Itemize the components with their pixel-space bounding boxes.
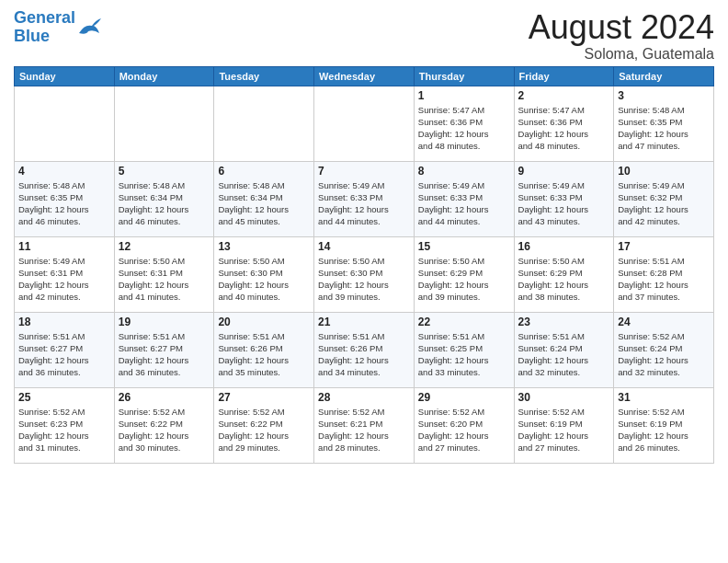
week-row-4: 18Sunrise: 5:51 AMSunset: 6:27 PMDayligh… (15, 312, 714, 387)
calendar-cell-3-0: 18Sunrise: 5:51 AMSunset: 6:27 PMDayligh… (15, 312, 115, 387)
logo-line1: General (14, 8, 75, 27)
day-number: 2 (518, 89, 610, 102)
day-number: 23 (518, 316, 610, 328)
day-info: Sunrise: 5:49 AMSunset: 6:31 PMDaylight:… (18, 255, 110, 304)
day-number: 7 (318, 165, 410, 178)
day-number: 13 (218, 240, 310, 253)
day-number: 29 (418, 391, 510, 404)
day-number: 6 (218, 165, 310, 178)
day-info: Sunrise: 5:52 AMSunset: 6:22 PMDaylight:… (119, 406, 210, 454)
day-number: 22 (418, 316, 510, 328)
day-number: 26 (119, 391, 210, 404)
calendar-cell-3-2: 20Sunrise: 5:51 AMSunset: 6:26 PMDayligh… (214, 312, 314, 387)
logo-text: General Blue (14, 9, 75, 46)
day-info: Sunrise: 5:47 AMSunset: 6:36 PMDaylight:… (518, 104, 610, 153)
day-info: Sunrise: 5:51 AMSunset: 6:28 PMDaylight:… (618, 255, 710, 304)
day-info: Sunrise: 5:52 AMSunset: 6:20 PMDaylight:… (418, 406, 510, 454)
calendar-cell-2-2: 13Sunrise: 5:50 AMSunset: 6:30 PMDayligh… (214, 236, 314, 312)
calendar-cell-3-6: 24Sunrise: 5:52 AMSunset: 6:24 PMDayligh… (614, 312, 714, 387)
day-info: Sunrise: 5:52 AMSunset: 6:24 PMDaylight:… (618, 330, 710, 379)
calendar-cell-0-6: 3Sunrise: 5:48 AMSunset: 6:35 PMDaylight… (614, 86, 714, 161)
day-info: Sunrise: 5:51 AMSunset: 6:27 PMDaylight:… (18, 330, 110, 379)
col-thursday: Thursday (414, 66, 514, 86)
calendar-cell-2-3: 14Sunrise: 5:50 AMSunset: 6:30 PMDayligh… (314, 236, 415, 312)
day-number: 25 (18, 391, 110, 404)
week-row-1: 1Sunrise: 5:47 AMSunset: 6:36 PMDaylight… (15, 86, 714, 161)
calendar-cell-1-1: 5Sunrise: 5:48 AMSunset: 6:34 PMDaylight… (114, 161, 214, 236)
day-info: Sunrise: 5:48 AMSunset: 6:34 PMDaylight:… (218, 179, 310, 228)
day-info: Sunrise: 5:51 AMSunset: 6:27 PMDaylight:… (119, 330, 210, 379)
day-number: 27 (218, 391, 310, 404)
day-info: Sunrise: 5:51 AMSunset: 6:26 PMDaylight:… (218, 330, 310, 379)
day-number: 18 (18, 316, 110, 328)
day-info: Sunrise: 5:48 AMSunset: 6:34 PMDaylight:… (119, 179, 210, 228)
calendar-cell-4-0: 25Sunrise: 5:52 AMSunset: 6:23 PMDayligh… (15, 387, 115, 463)
col-sunday: Sunday (15, 66, 115, 86)
title-block: August 2024 Soloma, Guatemala (529, 9, 714, 63)
col-saturday: Saturday (614, 66, 714, 86)
day-info: Sunrise: 5:50 AMSunset: 6:31 PMDaylight:… (119, 255, 210, 304)
day-number: 4 (18, 165, 110, 178)
calendar-header-row: Sunday Monday Tuesday Wednesday Thursday… (15, 66, 714, 86)
day-info: Sunrise: 5:50 AMSunset: 6:30 PMDaylight:… (218, 255, 310, 304)
day-number: 10 (618, 165, 710, 178)
header: General Blue August 2024 Soloma, Guatema… (14, 9, 714, 63)
calendar-cell-3-3: 21Sunrise: 5:51 AMSunset: 6:26 PMDayligh… (314, 312, 415, 387)
day-info: Sunrise: 5:49 AMSunset: 6:33 PMDaylight:… (418, 179, 510, 228)
calendar-cell-0-1 (114, 86, 214, 161)
day-info: Sunrise: 5:51 AMSunset: 6:26 PMDaylight:… (318, 330, 410, 379)
day-info: Sunrise: 5:52 AMSunset: 6:21 PMDaylight:… (318, 406, 410, 454)
day-number: 31 (618, 391, 710, 404)
day-info: Sunrise: 5:51 AMSunset: 6:24 PMDaylight:… (518, 330, 610, 379)
calendar-cell-1-4: 8Sunrise: 5:49 AMSunset: 6:33 PMDaylight… (414, 161, 514, 236)
calendar-cell-1-5: 9Sunrise: 5:49 AMSunset: 6:33 PMDaylight… (514, 161, 614, 236)
col-wednesday: Wednesday (314, 66, 415, 86)
week-row-2: 4Sunrise: 5:48 AMSunset: 6:35 PMDaylight… (15, 161, 714, 236)
col-friday: Friday (514, 66, 614, 86)
day-info: Sunrise: 5:52 AMSunset: 6:19 PMDaylight:… (618, 406, 710, 454)
calendar-cell-4-1: 26Sunrise: 5:52 AMSunset: 6:22 PMDayligh… (114, 387, 214, 463)
calendar-cell-4-3: 28Sunrise: 5:52 AMSunset: 6:21 PMDayligh… (314, 387, 415, 463)
day-info: Sunrise: 5:48 AMSunset: 6:35 PMDaylight:… (618, 104, 710, 153)
day-number: 24 (618, 316, 710, 328)
day-info: Sunrise: 5:52 AMSunset: 6:22 PMDaylight:… (218, 406, 310, 454)
calendar-cell-1-6: 10Sunrise: 5:49 AMSunset: 6:32 PMDayligh… (614, 161, 714, 236)
day-number: 14 (318, 240, 410, 253)
sub-title: Soloma, Guatemala (529, 46, 714, 63)
calendar-cell-4-5: 30Sunrise: 5:52 AMSunset: 6:19 PMDayligh… (514, 387, 614, 463)
calendar-cell-2-1: 12Sunrise: 5:50 AMSunset: 6:31 PMDayligh… (114, 236, 214, 312)
calendar-cell-0-0 (15, 86, 115, 161)
col-monday: Monday (114, 66, 214, 86)
day-number: 15 (418, 240, 510, 253)
calendar-cell-4-6: 31Sunrise: 5:52 AMSunset: 6:19 PMDayligh… (614, 387, 714, 463)
day-number: 8 (418, 165, 510, 178)
calendar-cell-2-6: 17Sunrise: 5:51 AMSunset: 6:28 PMDayligh… (614, 236, 714, 312)
calendar-cell-0-4: 1Sunrise: 5:47 AMSunset: 6:36 PMDaylight… (414, 86, 514, 161)
calendar-cell-0-3 (314, 86, 415, 161)
calendar-table: Sunday Monday Tuesday Wednesday Thursday… (14, 66, 714, 464)
day-number: 16 (518, 240, 610, 253)
week-row-5: 25Sunrise: 5:52 AMSunset: 6:23 PMDayligh… (15, 387, 714, 463)
logo-bird-icon (77, 17, 103, 39)
day-number: 12 (119, 240, 210, 253)
day-info: Sunrise: 5:50 AMSunset: 6:29 PMDaylight:… (518, 255, 610, 304)
day-info: Sunrise: 5:47 AMSunset: 6:36 PMDaylight:… (418, 104, 510, 153)
page-container: General Blue August 2024 Soloma, Guatema… (0, 0, 728, 468)
day-number: 11 (18, 240, 110, 253)
day-info: Sunrise: 5:50 AMSunset: 6:30 PMDaylight:… (318, 255, 410, 304)
calendar-cell-3-1: 19Sunrise: 5:51 AMSunset: 6:27 PMDayligh… (114, 312, 214, 387)
calendar-cell-4-4: 29Sunrise: 5:52 AMSunset: 6:20 PMDayligh… (414, 387, 514, 463)
day-number: 19 (119, 316, 210, 328)
calendar-cell-2-4: 15Sunrise: 5:50 AMSunset: 6:29 PMDayligh… (414, 236, 514, 312)
day-number: 28 (318, 391, 410, 404)
day-info: Sunrise: 5:49 AMSunset: 6:32 PMDaylight:… (618, 179, 710, 228)
week-row-3: 11Sunrise: 5:49 AMSunset: 6:31 PMDayligh… (15, 236, 714, 312)
day-info: Sunrise: 5:49 AMSunset: 6:33 PMDaylight:… (318, 179, 410, 228)
day-number: 17 (618, 240, 710, 253)
calendar-cell-1-2: 6Sunrise: 5:48 AMSunset: 6:34 PMDaylight… (214, 161, 314, 236)
day-number: 5 (119, 165, 210, 178)
day-info: Sunrise: 5:51 AMSunset: 6:25 PMDaylight:… (418, 330, 510, 379)
day-number: 1 (418, 89, 510, 102)
col-tuesday: Tuesday (214, 66, 314, 86)
calendar-cell-2-5: 16Sunrise: 5:50 AMSunset: 6:29 PMDayligh… (514, 236, 614, 312)
